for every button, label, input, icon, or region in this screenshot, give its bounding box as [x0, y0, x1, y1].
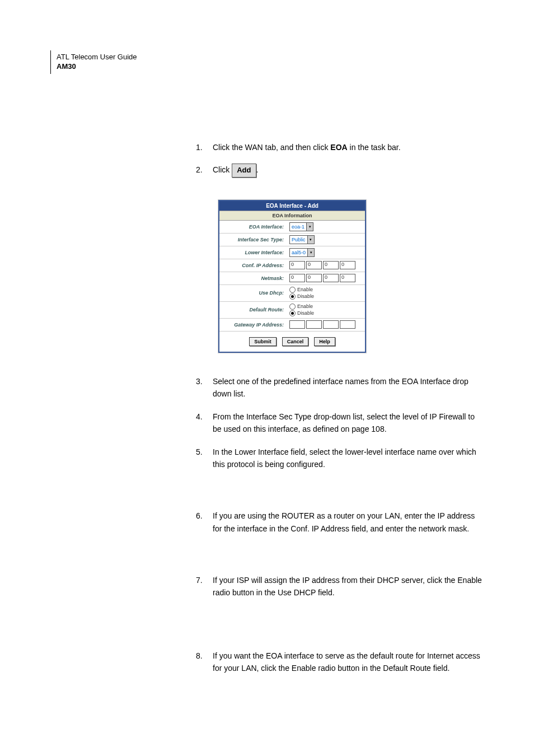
step-number: 3. [196, 375, 213, 400]
step-number: 4. [196, 410, 213, 436]
ip-octet-input[interactable] [306, 320, 322, 329]
ip-octet-input[interactable]: 0 [323, 261, 339, 269]
step-1: 1. Click the WAN tab, and then click EOA… [196, 141, 484, 153]
field-label: EOA Interface: [219, 222, 287, 232]
ip-octet-input[interactable]: 0 [340, 261, 355, 269]
ip-octet-input[interactable]: 0 [306, 261, 322, 269]
cancel-button[interactable]: Cancel [282, 337, 309, 346]
step-text: If you are using the ROUTER as a router … [213, 510, 484, 535]
step-number: 5. [196, 446, 213, 471]
field-label: Netmask: [219, 273, 287, 283]
eoa-label-bold: EOA [330, 143, 347, 152]
chevron-down-icon: ▾ [307, 236, 314, 244]
ip-octet-input[interactable] [340, 320, 355, 329]
eoa-interface-select[interactable]: eoa-1 ▾ [289, 222, 313, 231]
step-list-continued: 3. Select one of the predefined interfac… [196, 375, 484, 675]
ip-octet-input[interactable] [289, 320, 305, 329]
step-text: If your ISP will assign the IP address f… [213, 574, 484, 599]
document-page: ATL Telecom User Guide AM30 1. Click the… [0, 0, 534, 735]
step-3: 3. Select one of the predefined interfac… [196, 375, 484, 400]
row-default-route: Default Route: Enable Disable [219, 302, 365, 319]
row-conf-ip: Conf. IP Address: 0 0 0 0 [219, 259, 365, 272]
step-number: 8. [196, 650, 213, 675]
sec-type-select[interactable]: Public ▾ [289, 235, 315, 244]
eoa-figure: EOA Interface - Add EOA Information EOA … [218, 200, 484, 353]
step-text: From the Interface Sec Type drop-down li… [213, 410, 484, 436]
step-7: 7. If your ISP will assign the IP addres… [196, 574, 484, 599]
row-use-dhcp: Use Dhcp: Enable Disable [219, 285, 365, 302]
field-label: Gateway IP Address: [219, 320, 287, 330]
step-2: 2. Click Add. [196, 164, 484, 178]
dhcp-enable-radio[interactable] [289, 287, 296, 293]
panel-title: EOA Interface - Add [219, 201, 365, 211]
help-button[interactable]: Help [314, 337, 335, 346]
lower-interface-select[interactable]: aal5-0 ▾ [289, 248, 315, 257]
step-text: Click the WAN tab, and then click EOA in… [213, 141, 484, 153]
row-eoa-interface: EOA Interface: eoa-1 ▾ [219, 221, 365, 234]
row-lower-interface: Lower Interface: aal5-0 ▾ [219, 246, 365, 259]
field-label: Default Route: [219, 305, 287, 315]
ip-octet-input[interactable]: 0 [340, 274, 355, 282]
header-model: AM30 [57, 62, 137, 72]
page-header: ATL Telecom User Guide AM30 [50, 50, 484, 74]
step-text: If you want the EOA interface to serve a… [213, 650, 484, 675]
ip-octet-input[interactable] [323, 320, 339, 329]
step-number: 7. [196, 574, 213, 599]
row-gateway-ip: Gateway IP Address: [219, 319, 365, 332]
ip-octet-input[interactable]: 0 [323, 274, 339, 282]
step-text: In the Lower Interface field, select the… [213, 446, 484, 471]
field-label: Lower Interface: [219, 248, 287, 258]
header-text-block: ATL Telecom User Guide AM30 [50, 50, 137, 74]
route-disable-radio[interactable] [289, 310, 296, 316]
step-number: 1. [196, 141, 213, 153]
header-guide: ATL Telecom User Guide [57, 53, 137, 62]
step-4: 4. From the Interface Sec Type drop-down… [196, 410, 484, 436]
field-label: Use Dhcp: [219, 288, 287, 298]
panel-subtitle: EOA Information [219, 211, 365, 221]
step-text: Click Add. [213, 164, 484, 178]
ip-octet-input[interactable]: 0 [306, 274, 322, 282]
ip-octet-input[interactable]: 0 [289, 274, 305, 282]
content-column: 1. Click the WAN tab, and then click EOA… [196, 141, 484, 675]
step-6: 6. If you are using the ROUTER as a rout… [196, 510, 484, 535]
eoa-panel: EOA Interface - Add EOA Information EOA … [218, 200, 366, 353]
step-text: Select one of the predefined interface n… [213, 375, 484, 400]
ip-octet-input[interactable]: 0 [289, 261, 305, 269]
step-8: 8. If you want the EOA interface to serv… [196, 650, 484, 675]
step-number: 2. [196, 164, 213, 178]
field-label: Conf. IP Address: [219, 260, 287, 270]
step-number: 6. [196, 510, 213, 535]
dhcp-disable-radio[interactable] [289, 293, 296, 300]
panel-button-row: Submit Cancel Help [219, 332, 365, 352]
chevron-down-icon: ▾ [306, 223, 313, 231]
row-netmask: Netmask: 0 0 0 0 [219, 272, 365, 285]
field-label: Interface Sec Type: [219, 235, 287, 245]
chevron-down-icon: ▾ [307, 249, 314, 256]
step-list: 1. Click the WAN tab, and then click EOA… [196, 141, 484, 178]
add-button-graphic: Add [232, 164, 256, 178]
route-enable-radio[interactable] [289, 304, 296, 310]
step-5: 5. In the Lower Interface field, select … [196, 446, 484, 471]
row-sec-type: Interface Sec Type: Public ▾ [219, 234, 365, 246]
submit-button[interactable]: Submit [249, 337, 277, 346]
